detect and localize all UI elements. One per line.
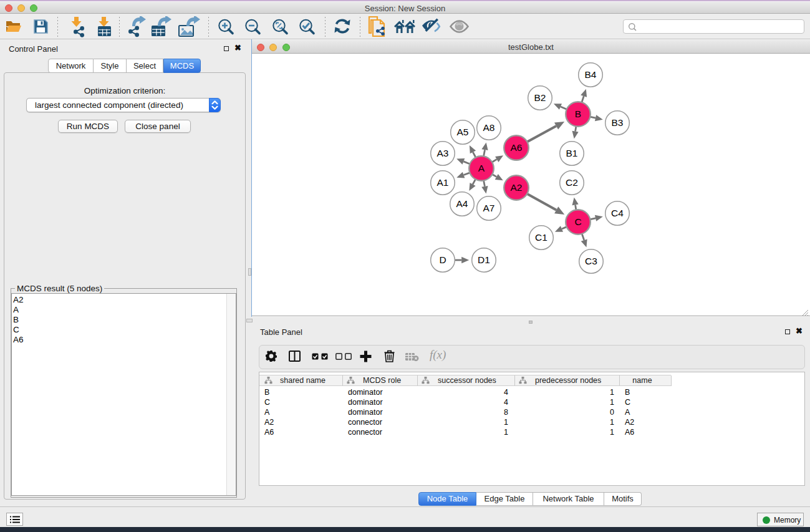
svg-text:A7: A7 [483,203,495,213]
svg-text:B3: B3 [612,117,624,128]
svg-text:B1: B1 [566,148,578,158]
svg-text:C3: C3 [585,256,597,266]
svg-text:A8: A8 [483,122,495,133]
svg-text:A2: A2 [511,182,523,193]
svg-text:D: D [439,254,446,265]
svg-text:B2: B2 [534,92,546,103]
svg-text:A3: A3 [437,148,449,158]
svg-text:A: A [478,163,485,173]
svg-text:C1: C1 [535,232,547,243]
svg-text:C4: C4 [611,208,624,218]
svg-text:A4: A4 [456,198,468,209]
svg-text:A1: A1 [437,177,449,188]
svg-text:C2: C2 [566,177,578,188]
svg-text:A6: A6 [511,142,523,153]
svg-text:A5: A5 [457,127,469,137]
svg-text:B4: B4 [585,69,597,80]
svg-text:C: C [574,216,581,227]
svg-text:D1: D1 [478,254,490,265]
svg-text:B: B [575,109,581,119]
